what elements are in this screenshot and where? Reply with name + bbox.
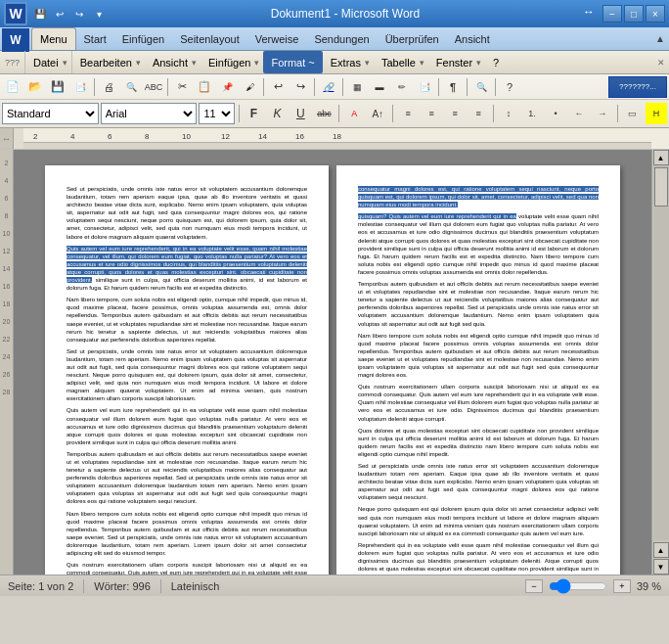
save-as-btn[interactable]: 📑 [69, 76, 91, 98]
qa-dropdown-btn[interactable]: ▾ [90, 5, 108, 23]
resize-icon: ↔ [583, 5, 595, 23]
undo-btn[interactable]: ↩ [267, 76, 289, 98]
style-selector[interactable]: Standard [2, 103, 99, 124]
hyperlink-btn[interactable]: 🔗 [318, 76, 339, 98]
tab-menu[interactable]: Menu [31, 27, 76, 50]
scroll-thumb[interactable] [654, 167, 668, 207]
maximize-btn[interactable]: □ [624, 5, 644, 23]
scroll-track[interactable] [653, 165, 669, 540]
zoom-out-btn[interactable]: − [525, 579, 543, 593]
line-spacing-btn[interactable]: ↕ [498, 103, 519, 124]
ansicht-menu[interactable]: Ansicht [149, 57, 192, 69]
align-left-btn[interactable]: ≡ [397, 103, 419, 124]
underline-btn[interactable]: U [290, 103, 311, 124]
drawing-btn[interactable]: ✏ [391, 76, 413, 98]
tab-sendungen[interactable]: Sendungen [306, 27, 377, 50]
tabelle-menu[interactable]: Tabelle [378, 57, 420, 69]
help-menu[interactable]: ? [489, 57, 503, 69]
align-center-btn[interactable]: ≡ [421, 103, 442, 124]
sep3 [263, 78, 264, 96]
table-btn[interactable]: ▦ [346, 76, 368, 98]
minimize-btn[interactable]: − [602, 5, 622, 23]
sep6 [438, 78, 439, 96]
bullets-btn[interactable]: • [545, 103, 566, 124]
zoom-slider[interactable] [549, 580, 607, 592]
increase-indent-btn[interactable]: → [592, 103, 613, 124]
columns-btn[interactable]: ▬ [369, 76, 390, 98]
page2-text-5: Quis nostrum exercitationem ullam corpor… [358, 383, 599, 422]
page2-text-1: consequatur magni dolores est, qui ratio… [358, 185, 599, 208]
scroll-down-btn[interactable]: ▼ [653, 559, 669, 575]
tab-ansicht[interactable]: Ansicht [447, 27, 498, 50]
justify-btn[interactable]: ≡ [468, 103, 489, 124]
borders-btn[interactable]: ▭ [622, 103, 644, 124]
save-btn[interactable]: 💾 [47, 76, 68, 98]
zoom-in-btn[interactable]: + [613, 579, 631, 593]
spell-check-btn[interactable]: ABC [143, 76, 164, 98]
ribbon-expand-btn[interactable]: ▲ [651, 27, 669, 50]
size-selector[interactable]: 11 [199, 103, 234, 124]
tab-einfuegen[interactable]: Einfügen [114, 27, 172, 50]
extras-menu[interactable]: Extras [327, 57, 365, 69]
paste-btn[interactable]: 📌 [216, 76, 238, 98]
new-btn[interactable]: 📄 [2, 76, 23, 98]
document-map-btn[interactable]: 📑 [414, 76, 435, 98]
open-btn[interactable]: 📂 [24, 76, 46, 98]
print-btn[interactable]: 🖨 [98, 76, 119, 98]
pages-container: Sed ut perspiciatis, unde omnis iste nat… [45, 158, 620, 575]
fenster-dropdown: ▾ [476, 58, 481, 68]
help-btn[interactable]: ? [499, 76, 520, 98]
format-painter-btn[interactable]: 🖌 [239, 76, 260, 98]
einfuegen-menu-group: Einfügen ▾ [201, 51, 263, 73]
font-color-btn[interactable]: A [343, 103, 365, 124]
tab-start[interactable]: Start [76, 27, 114, 50]
vruler-2: 2 [5, 154, 9, 171]
close-btn[interactable]: × [646, 5, 665, 23]
tab-ueberprufen[interactable]: Überprüfen [378, 27, 447, 50]
bearbeiten-menu-group: Bearbeiten ▾ [72, 51, 145, 73]
save-quick-btn[interactable]: 💾 [31, 5, 49, 23]
document-viewport[interactable]: Sed ut perspiciatis, unde omnis iste nat… [14, 150, 651, 575]
ansicht-dropdown: ▾ [192, 58, 197, 68]
tab-seitenlayout[interactable]: Seitenlayout [172, 27, 247, 50]
print-preview-btn[interactable]: 🔍 [120, 76, 142, 98]
zoom-btn[interactable]: 🔍 [470, 76, 492, 98]
show-hide-btn[interactable]: ¶ [442, 76, 464, 98]
einfuegen-menu[interactable]: Einfügen [204, 57, 254, 69]
decrease-indent-btn[interactable]: ← [568, 103, 590, 124]
main-area: 2 4 6 8 10 12 14 16 18 20 22 24 26 28 Se… [0, 150, 669, 575]
format-sep4 [493, 105, 494, 122]
copy-btn[interactable]: 📋 [194, 76, 215, 98]
page2-text-4: Nam libero tempore cum soluta nobis est … [358, 332, 599, 380]
fenster-menu[interactable]: Fenster [432, 57, 476, 69]
page1-text-6: Temporibus autem quibusdam et aut offici… [67, 450, 307, 506]
datei-dropdown-icon: ▾ [63, 58, 67, 68]
vruler-22: 22 [3, 330, 11, 347]
format-menu[interactable]: Format ~ [267, 57, 318, 69]
align-right-btn[interactable]: ≡ [444, 103, 466, 124]
undo-quick-btn[interactable]: ↩ [51, 5, 68, 23]
font-grow-btn[interactable]: A↑ [367, 103, 388, 124]
page1-text-8: Quis nostrum exercitationem ullam corpor… [67, 561, 307, 575]
bearbeiten-menu[interactable]: Bearbeiten [76, 57, 136, 69]
bold-btn[interactable]: F [243, 103, 264, 124]
scroll-up-btn[interactable]: ▲ [653, 150, 669, 165]
word-count-status: Wörter: 996 [94, 580, 150, 592]
office-button[interactable]: W [2, 28, 29, 52]
menu-right: ✕ [657, 51, 669, 73]
datei-menu[interactable]: Datei [29, 51, 63, 73]
ruler-margin-left [14, 128, 23, 150]
scroll-up-bottom-btn[interactable]: ▲ [653, 542, 669, 558]
ruler-mark-10: 10 [182, 132, 191, 141]
strikethrough-btn[interactable]: abc [313, 103, 334, 124]
italic-btn[interactable]: K [266, 103, 288, 124]
numbering-btn[interactable]: 1. [521, 103, 543, 124]
redo-btn[interactable]: ↪ [290, 76, 311, 98]
cut-btn[interactable]: ✂ [171, 76, 193, 98]
redo-quick-btn[interactable]: ↪ [70, 5, 88, 23]
font-selector[interactable]: Arial [101, 103, 198, 124]
tab-verweise[interactable]: Verweise [247, 27, 307, 50]
highlight-btn[interactable]: H [646, 103, 667, 124]
document-page-2: consequatur magni dolores est, qui ratio… [336, 165, 620, 575]
sep7 [467, 78, 468, 96]
